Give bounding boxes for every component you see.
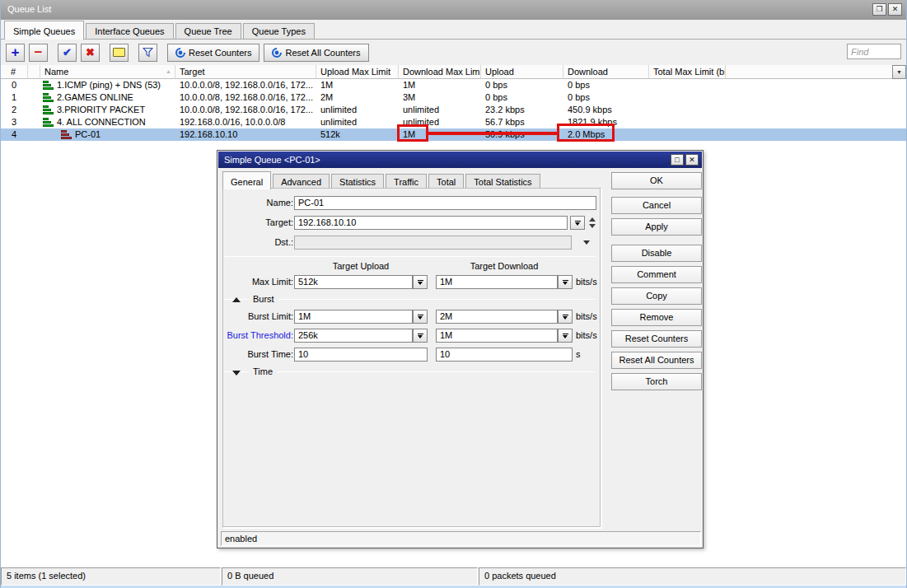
column-header-target[interactable]: Target bbox=[175, 65, 316, 79]
apply-button[interactable]: Apply bbox=[611, 218, 702, 236]
table-row[interactable]: 0 1.ICMP (ping) + DNS (53) 10.0.0.0/8, 1… bbox=[1, 79, 906, 91]
max-limit-download-input[interactable]: 1M bbox=[436, 275, 558, 289]
burst-time-download-input[interactable]: 10 bbox=[436, 348, 573, 362]
target-drop-button[interactable] bbox=[570, 216, 585, 230]
drop-icon bbox=[575, 221, 581, 226]
max-limit-upload-input[interactable]: 512k bbox=[294, 275, 413, 289]
burst-limit-download-input[interactable]: 2M bbox=[436, 310, 558, 324]
table-row[interactable]: 2 3.PRIORITY PACKET 10.0.0.0/8, 192.168.… bbox=[1, 104, 906, 116]
row-target: 192.168.0.0/16, 10.0.0.0/8 bbox=[175, 116, 316, 128]
drop-icon bbox=[563, 280, 568, 285]
column-header-download-max-limit[interactable]: Download Max Limit bbox=[399, 65, 481, 79]
ok-button[interactable]: OK bbox=[611, 172, 702, 189]
restore-icon[interactable]: ❐ bbox=[872, 3, 886, 16]
burst-limit-upload-drop-button[interactable] bbox=[413, 310, 428, 324]
queue-name: 4. ALL CONNECTION bbox=[57, 116, 146, 128]
max-limit-upload-drop-button[interactable] bbox=[413, 275, 428, 289]
table-header: # Name▲ Target Upload Max Limit Download… bbox=[1, 65, 906, 79]
dst-input[interactable] bbox=[294, 236, 572, 250]
add-button[interactable]: + bbox=[6, 44, 25, 62]
queue-tabs: Simple Queues Interface Queues Queue Tre… bbox=[1, 20, 906, 40]
row-upload: 0 bps bbox=[481, 91, 563, 104]
torch-button[interactable]: Torch bbox=[611, 373, 702, 390]
annotation-box-download-rate bbox=[557, 124, 615, 142]
burst-section-header[interactable]: Burst bbox=[224, 295, 595, 305]
comment-button[interactable] bbox=[110, 44, 129, 62]
disable-button[interactable]: Disable bbox=[611, 245, 702, 262]
close-icon[interactable]: ✕ bbox=[685, 154, 699, 166]
tab-advanced[interactable]: Advanced bbox=[273, 174, 330, 189]
tab-interface-queues[interactable]: Interface Queues bbox=[86, 23, 173, 39]
reset-counters-button[interactable]: Reset Counters bbox=[611, 330, 702, 348]
tab-queue-tree[interactable]: Queue Tree bbox=[175, 23, 241, 39]
enable-button[interactable]: ✔ bbox=[58, 44, 77, 62]
row-download: 0 bps bbox=[563, 91, 649, 104]
filter-button[interactable] bbox=[138, 44, 157, 62]
column-header-flag[interactable] bbox=[28, 65, 40, 79]
table-row[interactable]: 3 4. ALL CONNECTION 192.168.0.0/16, 10.0… bbox=[1, 116, 906, 128]
dialog-status-bar: enabled bbox=[221, 531, 701, 546]
burst-limit-download-drop-button[interactable] bbox=[558, 310, 573, 324]
sort-asc-icon: ▲ bbox=[166, 68, 171, 74]
target-input[interactable]: 192.168.10.10 bbox=[294, 216, 568, 230]
table-row[interactable]: 1 2.GAMES ONLINE 10.0.0.0/8, 192.168.0.0… bbox=[1, 91, 906, 104]
row-upload: 0 bps bbox=[481, 79, 563, 91]
column-header-upload[interactable]: Upload bbox=[481, 65, 563, 79]
drop-icon bbox=[418, 334, 423, 338]
row-upload-max: 1M bbox=[316, 79, 399, 91]
remove-button[interactable]: − bbox=[29, 44, 48, 62]
copy-button[interactable]: Copy bbox=[611, 287, 702, 305]
column-header-number[interactable]: # bbox=[1, 65, 28, 79]
seconds-unit-label: s bbox=[576, 349, 581, 359]
row-upload: 56.7 kbps bbox=[481, 116, 563, 128]
burst-threshold-download-input[interactable]: 1M bbox=[436, 329, 558, 343]
row-name-cell: PC-01 bbox=[40, 128, 175, 141]
tab-statistics[interactable]: Statistics bbox=[331, 174, 384, 189]
reset-all-counters-label: Reset All Counters bbox=[285, 48, 360, 58]
row-upload-max: 2M bbox=[316, 91, 399, 104]
tab-traffic[interactable]: Traffic bbox=[386, 174, 427, 189]
tab-total-statistics[interactable]: Total Statistics bbox=[465, 174, 540, 189]
burst-threshold-label: Burst Threshold: bbox=[221, 330, 293, 340]
burst-limit-upload-input[interactable]: 1M bbox=[294, 310, 413, 324]
tab-total[interactable]: Total bbox=[428, 174, 464, 189]
remove-button[interactable]: Remove bbox=[611, 309, 702, 326]
column-header-filler bbox=[726, 65, 892, 79]
row-target: 10.0.0.0/8, 192.168.0.0/16, 172... bbox=[175, 104, 316, 116]
close-icon[interactable]: ✕ bbox=[888, 3, 902, 16]
maximize-icon[interactable]: □ bbox=[671, 154, 684, 166]
burst-section-label: Burst bbox=[249, 294, 278, 304]
cancel-button[interactable]: Cancel bbox=[611, 197, 702, 214]
status-bar: 5 items (1 selected) 0 B queued 0 packet… bbox=[1, 567, 906, 586]
window-controls: ❐ ✕ bbox=[872, 3, 902, 16]
comment-note-icon bbox=[113, 48, 125, 57]
column-header-download[interactable]: Download bbox=[563, 65, 649, 79]
column-header-total-max-limit[interactable]: Total Max Limit (bi... bbox=[649, 65, 726, 79]
column-header-upload-max-limit[interactable]: Upload Max Limit bbox=[316, 65, 399, 79]
column-header-name[interactable]: Name▲ bbox=[40, 65, 175, 79]
reset-counters-button[interactable]: Reset Counters bbox=[167, 44, 259, 62]
name-input[interactable]: PC-01 bbox=[294, 196, 596, 210]
window-title: Queue List bbox=[7, 4, 51, 14]
tab-general[interactable]: General bbox=[222, 171, 271, 189]
chevron-down-icon: ▼ bbox=[896, 69, 902, 75]
max-limit-download-drop-button[interactable] bbox=[558, 275, 573, 289]
time-section-header[interactable]: Time bbox=[224, 367, 595, 377]
disable-button[interactable]: ✖ bbox=[81, 44, 100, 62]
target-add-remove-spinner[interactable] bbox=[588, 216, 597, 230]
tab-simple-queues[interactable]: Simple Queues bbox=[4, 21, 84, 40]
dst-dropdown-icon[interactable] bbox=[583, 240, 590, 245]
burst-threshold-download-drop-button[interactable] bbox=[558, 329, 573, 343]
column-chooser-button[interactable]: ▼ bbox=[892, 65, 906, 79]
plus-icon: + bbox=[12, 44, 20, 61]
comment-button[interactable]: Comment bbox=[611, 266, 702, 283]
burst-threshold-upload-input[interactable]: 256k bbox=[294, 329, 413, 343]
burst-time-upload-input[interactable]: 10 bbox=[294, 348, 428, 362]
collapse-icon bbox=[232, 297, 241, 302]
tab-queue-types[interactable]: Queue Types bbox=[243, 23, 315, 39]
reset-all-counters-button[interactable]: Reset All Counters bbox=[611, 352, 702, 369]
burst-threshold-upload-drop-button[interactable] bbox=[413, 329, 428, 343]
reset-all-counters-button[interactable]: Reset All Counters bbox=[264, 44, 368, 62]
row-total-max bbox=[649, 116, 726, 128]
find-input[interactable] bbox=[847, 44, 901, 59]
